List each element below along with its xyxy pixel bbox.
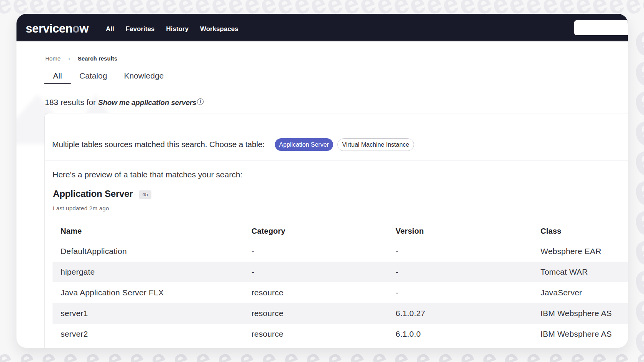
svg-text:e: e (0, 197, 2, 237)
svg-text:e: e (0, 262, 2, 302)
svg-text:e: e (0, 34, 2, 74)
svg-text:e: e (0, 165, 2, 204)
svg-text:e: e (0, 132, 2, 172)
svg-text:e: e (0, 67, 2, 106)
svg-text:e: e (0, 100, 2, 139)
svg-text:e: e (0, 295, 2, 334)
svg-text:e: e (0, 230, 2, 269)
svg-text:e: e (0, 343, 16, 362)
